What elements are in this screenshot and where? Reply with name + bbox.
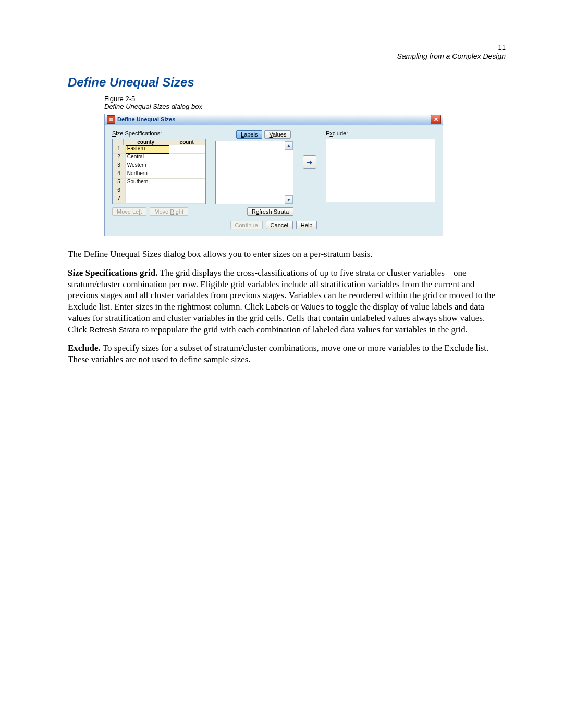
col-header-county: county: [124, 139, 169, 145]
grid-cell[interactable]: [169, 187, 205, 195]
labels-toggle-button[interactable]: Labels: [236, 130, 262, 139]
values-toggle-button[interactable]: Values: [264, 130, 291, 139]
app-icon: ▦: [107, 115, 115, 124]
cancel-button[interactable]: Cancel: [266, 221, 293, 229]
strata-listbox[interactable]: ▲ ▼: [215, 141, 293, 204]
refresh-strata-button[interactable]: Refresh Strata: [247, 207, 293, 216]
grid-cell[interactable]: Central: [126, 154, 169, 162]
page-number: 11: [498, 43, 506, 51]
help-button[interactable]: Help: [296, 221, 317, 229]
size-spec-paragraph: Size Specifications grid. The grid displ…: [68, 267, 506, 336]
col-header-count: count: [168, 139, 205, 145]
grid-cell[interactable]: Eastern: [126, 145, 169, 154]
move-to-exclude-button[interactable]: ➜: [303, 155, 316, 169]
running-head: Sampling from a Complex Design: [68, 52, 506, 60]
intro-paragraph: The Define Unequal Sizes dialog box allo…: [68, 249, 506, 260]
grid-cell[interactable]: [169, 145, 205, 154]
exclude-listbox[interactable]: [326, 139, 435, 202]
exclude-label: Exclude:: [326, 130, 435, 137]
grid-cell[interactable]: [169, 195, 205, 204]
define-unequal-sizes-dialog: ▦ Define Unequal Sizes ✕ Size Specificat…: [104, 114, 443, 236]
continue-button[interactable]: Continue: [230, 221, 263, 229]
grid-cell[interactable]: Southern: [126, 179, 169, 187]
grid-cell[interactable]: Northern: [126, 170, 169, 179]
arrow-right-icon: ➜: [307, 158, 313, 166]
grid-cell[interactable]: [169, 162, 205, 170]
grid-cell[interactable]: [169, 170, 205, 179]
section-title: Define Unequal Sizes: [68, 75, 506, 90]
grid-cell[interactable]: Western: [126, 162, 169, 170]
exclude-paragraph: Exclude. To specify sizes for a subset o…: [68, 342, 506, 365]
dialog-titlebar: ▦ Define Unequal Sizes ✕: [105, 114, 443, 125]
move-right-button[interactable]: Move Right: [150, 207, 188, 216]
dialog-title: Define Unequal Sizes: [117, 116, 429, 122]
grid-cell[interactable]: [126, 187, 169, 195]
size-spec-label: Size Specifications:: [112, 130, 206, 137]
scroll-down-icon[interactable]: ▼: [285, 195, 293, 204]
figure-label: Figure 2-5: [104, 95, 506, 103]
grid-cell[interactable]: [169, 179, 205, 187]
scroll-up-icon[interactable]: ▲: [285, 141, 293, 150]
grid-cell[interactable]: [169, 154, 205, 162]
move-left-button[interactable]: Move Left: [112, 207, 146, 216]
figure-caption: Define Unequal Sizes dialog box: [104, 103, 506, 110]
close-icon[interactable]: ✕: [431, 115, 441, 124]
size-spec-grid[interactable]: county count 1Eastern 2Central 3Western …: [112, 139, 206, 204]
grid-cell[interactable]: [126, 195, 169, 204]
